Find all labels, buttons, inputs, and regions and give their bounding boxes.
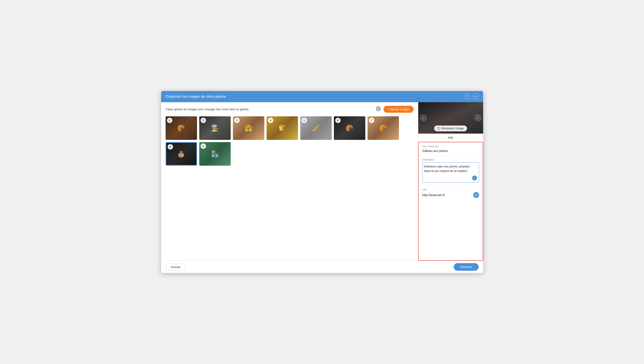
link-label: Lien: [422, 188, 479, 191]
description-box[interactable]: Délicieux cake aux poires, préparer dans…: [422, 162, 479, 182]
description-field: Description Délicieux cake aux poires, p…: [419, 156, 483, 185]
image-thumb[interactable]: 👩‍🍳 2: [199, 116, 231, 140]
image-thumb[interactable]: 🥐 1: [166, 116, 197, 140]
title-label: Titre (Texte Alt): [422, 145, 479, 148]
description-label: Description: [422, 158, 479, 161]
preview-image: ‹ › Remplacer l'image: [418, 102, 483, 134]
header-actions: ? ×: [464, 94, 479, 100]
image-thumb[interactable]: 🥖 5: [300, 116, 332, 140]
modal-header: Organisez les images de votre galerie ? …: [161, 91, 483, 102]
thumb-number: 7: [369, 118, 374, 123]
add-images-button[interactable]: + Ajouter images: [383, 106, 413, 113]
thumb-number: 1: [167, 118, 172, 123]
image-thumb[interactable]: 🥐 6: [334, 116, 365, 140]
help-button[interactable]: ?: [464, 94, 471, 100]
image-thumb[interactable]: 🏪 9: [199, 142, 231, 166]
preview-next-button[interactable]: ›: [475, 114, 481, 121]
image-thumb[interactable]: 🍞 4: [267, 116, 298, 140]
thumb-number: 2: [200, 118, 206, 123]
close-button[interactable]: ×: [472, 94, 479, 100]
preview-prev-button[interactable]: ‹: [420, 114, 427, 121]
cancel-button[interactable]: Annuler: [166, 264, 186, 270]
toolbar-right: + Ajouter images: [376, 106, 413, 113]
info-panel: Titre (Texte Alt) Gâteau aux poires Desc…: [418, 142, 483, 261]
modal-body: Faites glisser les images pour changer l…: [161, 102, 483, 261]
thumb-number: 6: [335, 118, 341, 123]
images-grid: 🥐 1 👩‍🍳 2 🤗 3: [166, 116, 413, 166]
link-value: http://www.wix.fr: [422, 193, 445, 197]
gallery-toolbar: Faites glisser les images pour changer l…: [166, 106, 413, 113]
gallery-section: Faites glisser les images pour changer l…: [161, 102, 418, 261]
settings-icon-button[interactable]: [376, 106, 381, 112]
modal-title: Organisez les images de votre galerie: [166, 94, 226, 98]
replace-image-label: Remplacer l'image: [442, 127, 464, 130]
thumb-number: 9: [200, 144, 206, 149]
link-icon[interactable]: [473, 192, 479, 198]
image-thumb[interactable]: 🤗 3: [233, 116, 264, 140]
gallery-hint: Faites glisser les images pour changer l…: [166, 108, 250, 111]
check-icon: ✓: [472, 176, 477, 180]
thumb-number: 5: [302, 118, 307, 123]
info-tab-header[interactable]: Info: [418, 134, 483, 142]
right-panel: ‹ › Remplacer l'image Info Titre (Texte …: [418, 102, 483, 261]
finish-button[interactable]: Terminer: [454, 263, 478, 271]
gallery-organizer-modal: Organisez les images de votre galerie ? …: [161, 91, 483, 273]
description-value: Délicieux cake aux poires, préparer dans…: [424, 164, 472, 173]
title-value: Gâteau aux poires: [422, 149, 479, 153]
thumb-number: 8: [168, 144, 173, 150]
svg-point-0: [378, 108, 379, 110]
replace-image-button[interactable]: Remplacer l'image: [434, 126, 467, 131]
title-field: Titre (Texte Alt) Gâteau aux poires: [419, 142, 483, 156]
modal-footer: Annuler Terminer: [161, 261, 483, 273]
link-row: http://www.wix.fr: [422, 192, 479, 198]
link-field: Lien http://www.wix.fr: [419, 185, 483, 200]
image-thumb-selected[interactable]: 🎂 8: [166, 142, 197, 166]
image-thumb[interactable]: 🥐 7: [367, 116, 399, 140]
thumb-number: 4: [268, 118, 273, 123]
thumb-number: 3: [234, 118, 240, 123]
